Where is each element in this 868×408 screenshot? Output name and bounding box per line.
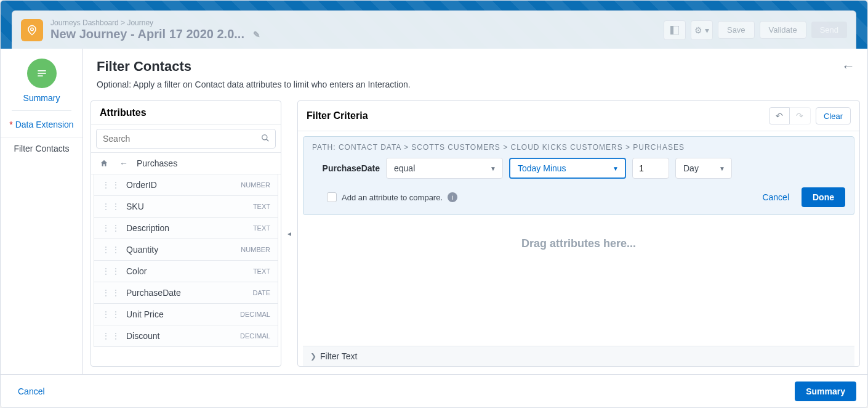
- redo-icon[interactable]: ↷: [790, 107, 811, 124]
- attribute-item[interactable]: ⋮⋮Unit PriceDECIMAL: [94, 303, 278, 325]
- panel-splitter[interactable]: ◂: [286, 100, 292, 367]
- operator-select[interactable]: equal▼: [386, 158, 503, 179]
- attributes-title: Attributes: [91, 101, 281, 125]
- breadcrumb[interactable]: Journeys Dashboard > Journey: [50, 18, 260, 27]
- nav-data-extension[interactable]: Data Extension: [7, 120, 76, 129]
- attribute-item[interactable]: ⋮⋮ColorTEXT: [94, 260, 278, 282]
- section-title: Filter Contacts: [97, 59, 854, 75]
- step-nav: Summary Data Extension Filter Contacts: [1, 49, 83, 374]
- criteria-panel: Filter Criteria ↶ ↷ Clear PATH: CONTACT …: [297, 100, 860, 367]
- attribute-dropzone[interactable]: Drag attributes here...: [303, 215, 854, 346]
- relative-date-select[interactable]: Today Minus▼: [509, 158, 626, 179]
- rule-cancel-button[interactable]: Cancel: [756, 189, 795, 206]
- settings-gear-icon[interactable]: ⚙ ▾: [691, 20, 713, 40]
- svg-point-6: [262, 135, 267, 140]
- drag-handle-icon[interactable]: ⋮⋮: [102, 202, 121, 211]
- drag-handle-icon[interactable]: ⋮⋮: [102, 288, 121, 298]
- attribute-item[interactable]: ⋮⋮SKUTEXT: [94, 195, 278, 218]
- nav-summary[interactable]: Summary: [7, 93, 76, 103]
- attribute-item[interactable]: ⋮⋮PurchaseDateDATE: [94, 282, 278, 304]
- svg-point-0: [31, 28, 34, 31]
- attribute-search-input[interactable]: [96, 129, 276, 149]
- edit-icon[interactable]: ✎: [253, 30, 260, 39]
- clear-button[interactable]: Clear: [816, 107, 851, 124]
- attribute-item[interactable]: ⋮⋮QuantityNUMBER: [94, 239, 278, 261]
- back-arrow-icon[interactable]: ←: [842, 59, 855, 75]
- attributes-panel: Attributes ← Purchases ⋮⋮Or: [90, 100, 281, 367]
- attribute-item[interactable]: ⋮⋮OrderIDNUMBER: [94, 174, 278, 196]
- drag-handle-icon[interactable]: ⋮⋮: [102, 266, 121, 276]
- attribute-breadcrumb: Purchases: [137, 158, 177, 168]
- rule-path: PATH: CONTACT DATA > SCOTTS CUSTOMERS > …: [312, 143, 845, 152]
- drag-handle-icon[interactable]: ⋮⋮: [102, 245, 121, 255]
- wizard-footer: Cancel Summary: [1, 374, 867, 407]
- footer-cancel-button[interactable]: Cancel: [12, 383, 51, 400]
- attribute-item[interactable]: ⋮⋮DescriptionTEXT: [94, 217, 278, 239]
- unit-select[interactable]: Day▼: [675, 158, 732, 179]
- filter-rule: PATH: CONTACT DATA > SCOTTS CUSTOMERS > …: [303, 136, 854, 215]
- search-icon[interactable]: [261, 134, 270, 145]
- undo-icon[interactable]: ↶: [769, 107, 790, 124]
- page-title: New Journey - April 17 2020 2.0... ✎: [50, 27, 260, 41]
- svg-line-7: [267, 139, 269, 142]
- svg-rect-4: [38, 73, 46, 74]
- drag-handle-icon[interactable]: ⋮⋮: [102, 309, 121, 319]
- drag-handle-icon[interactable]: ⋮⋮: [102, 223, 121, 233]
- journey-icon: [21, 19, 43, 41]
- back-icon[interactable]: ←: [117, 157, 131, 170]
- drag-handle-icon[interactable]: ⋮⋮: [102, 180, 121, 190]
- rule-attribute: PurchaseDate: [312, 163, 380, 173]
- drag-handle-icon[interactable]: ⋮⋮: [102, 331, 121, 341]
- filter-text-toggle[interactable]: ❯ Filter Text: [303, 346, 854, 366]
- criteria-title: Filter Criteria: [307, 110, 368, 121]
- home-icon[interactable]: [97, 157, 111, 170]
- rule-done-button[interactable]: Done: [802, 187, 845, 207]
- compare-label: Add an attribute to compare.: [342, 193, 443, 202]
- attribute-item[interactable]: ⋮⋮DiscountDECIMAL: [94, 325, 278, 347]
- chevron-right-icon: ❯: [310, 352, 316, 361]
- save-button[interactable]: Save: [718, 21, 755, 39]
- svg-rect-2: [670, 26, 673, 35]
- svg-rect-3: [38, 70, 46, 71]
- section-subtitle: Optional: Apply a filter on Contact data…: [97, 80, 854, 89]
- svg-rect-5: [38, 75, 42, 76]
- info-icon[interactable]: i: [448, 192, 457, 202]
- validate-button[interactable]: Validate: [760, 21, 806, 39]
- panel-toggle-icon[interactable]: [664, 20, 686, 40]
- send-button[interactable]: Send: [811, 22, 847, 38]
- footer-summary-button[interactable]: Summary: [795, 381, 856, 401]
- nav-filter-contacts[interactable]: Filter Contacts: [1, 137, 82, 160]
- summary-step-icon: [27, 59, 57, 88]
- compare-checkbox[interactable]: [327, 192, 337, 202]
- value-input[interactable]: [632, 158, 669, 179]
